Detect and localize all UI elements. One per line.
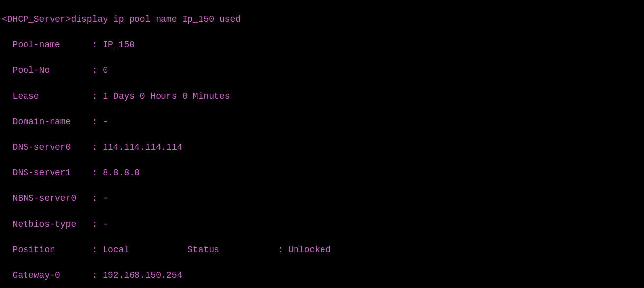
netbios-label: Netbios-type xyxy=(2,219,92,229)
prompt: <DHCP_Server> xyxy=(2,14,71,24)
dns1-value: : 8.8.8.8 xyxy=(92,168,140,178)
command-text: display ip pool name Ip_150 used xyxy=(71,14,241,24)
pool-name-value: : IP_150 xyxy=(92,40,134,50)
position-label: Position xyxy=(2,245,92,255)
pool-no-label: Pool-No xyxy=(2,65,92,75)
terminal-output[interactable]: <DHCP_Server>display ip pool name Ip_150… xyxy=(0,0,644,288)
position-status-value: : Local Status : Unlocked xyxy=(92,245,331,255)
gateway-value: : 192.168.150.254 xyxy=(92,270,183,280)
dns0-label: DNS-server0 xyxy=(2,142,92,152)
gateway-label: Gateway-0 xyxy=(2,270,92,280)
domain-name-value: : - xyxy=(92,117,108,127)
dns1-label: DNS-server1 xyxy=(2,168,92,178)
domain-name-label: Domain-name xyxy=(2,117,92,127)
nbns-label: NBNS-server0 xyxy=(2,193,92,203)
lease-value: : 1 Days 0 Hours 0 Minutes xyxy=(92,91,230,101)
pool-name-label: Pool-name xyxy=(2,40,92,50)
dns0-value: : 114.114.114.114 xyxy=(92,142,183,152)
netbios-value: : - xyxy=(92,219,108,229)
pool-no-value: : 0 xyxy=(92,65,108,75)
lease-label: Lease xyxy=(2,91,92,101)
nbns-value: : - xyxy=(92,193,108,203)
